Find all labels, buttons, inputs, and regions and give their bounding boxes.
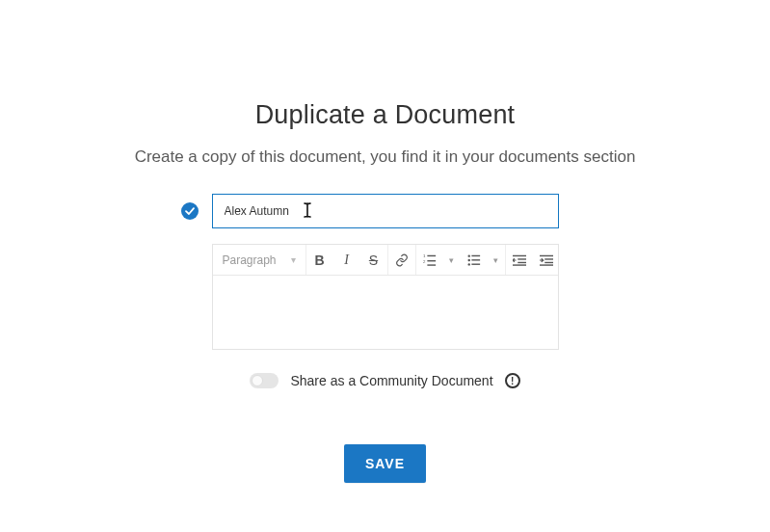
- unordered-list-icon: [467, 253, 481, 267]
- svg-rect-17: [544, 258, 553, 259]
- svg-rect-14: [518, 261, 526, 262]
- indent-icon: [540, 253, 553, 267]
- italic-icon: I: [344, 253, 349, 268]
- outdent-icon: [513, 253, 526, 267]
- svg-text:2: 2: [423, 258, 426, 263]
- svg-rect-9: [471, 254, 480, 255]
- page-title: Duplicate a Document: [0, 100, 770, 130]
- strikethrough-button[interactable]: S: [360, 245, 387, 276]
- chevron-down-icon: ▾: [291, 254, 296, 265]
- svg-rect-11: [471, 263, 480, 264]
- ordered-list-icon: 1 2: [423, 253, 437, 267]
- page: Duplicate a Document Create a copy of th…: [0, 100, 770, 532]
- form-area: Paragraph ▾ B I S: [212, 194, 559, 483]
- editor-toolbar: Paragraph ▾ B I S: [213, 245, 558, 276]
- bold-icon: B: [314, 253, 324, 268]
- share-row: Share as a Community Document !: [212, 373, 559, 388]
- save-button[interactable]: SAVE: [344, 444, 426, 483]
- rich-text-editor: Paragraph ▾ B I S: [212, 244, 559, 350]
- outdent-button[interactable]: [506, 245, 533, 276]
- page-subtitle: Create a copy of this document, you find…: [0, 147, 770, 167]
- check-icon: [181, 202, 199, 220]
- svg-point-7: [467, 258, 469, 260]
- italic-button[interactable]: I: [333, 245, 360, 276]
- info-icon[interactable]: !: [505, 373, 520, 388]
- svg-rect-19: [540, 264, 553, 265]
- actions-row: SAVE: [212, 444, 559, 483]
- svg-rect-13: [518, 258, 526, 259]
- paragraph-format-dropdown[interactable]: Paragraph ▾: [213, 253, 305, 267]
- svg-rect-3: [427, 254, 436, 255]
- link-icon: [395, 253, 409, 267]
- svg-rect-15: [513, 264, 526, 265]
- chevron-down-icon: ▾: [493, 255, 498, 265]
- ordered-list-button[interactable]: 1 2: [416, 245, 443, 276]
- svg-rect-16: [540, 254, 553, 255]
- svg-rect-10: [471, 259, 480, 260]
- share-label: Share as a Community Document: [290, 373, 492, 388]
- toggle-knob: [252, 375, 263, 386]
- svg-point-8: [467, 263, 469, 265]
- strikethrough-icon: S: [369, 253, 378, 268]
- share-toggle[interactable]: [250, 373, 279, 388]
- bold-button[interactable]: B: [306, 245, 333, 276]
- unordered-list-button[interactable]: [461, 245, 488, 276]
- unordered-list-dropdown[interactable]: ▾: [488, 245, 505, 276]
- svg-text:1: 1: [423, 253, 426, 258]
- svg-rect-18: [544, 261, 553, 262]
- svg-point-0: [181, 202, 199, 220]
- paragraph-format-label: Paragraph: [223, 253, 277, 267]
- indent-button[interactable]: [533, 245, 560, 276]
- svg-point-6: [467, 254, 469, 256]
- editor-body[interactable]: [213, 276, 558, 349]
- link-button[interactable]: [388, 245, 415, 276]
- document-title-input[interactable]: [212, 194, 559, 228]
- svg-rect-12: [513, 254, 526, 255]
- title-row: [181, 194, 559, 228]
- svg-rect-4: [427, 260, 436, 261]
- ordered-list-dropdown[interactable]: ▾: [443, 245, 461, 276]
- chevron-down-icon: ▾: [449, 255, 454, 265]
- svg-rect-5: [427, 264, 436, 265]
